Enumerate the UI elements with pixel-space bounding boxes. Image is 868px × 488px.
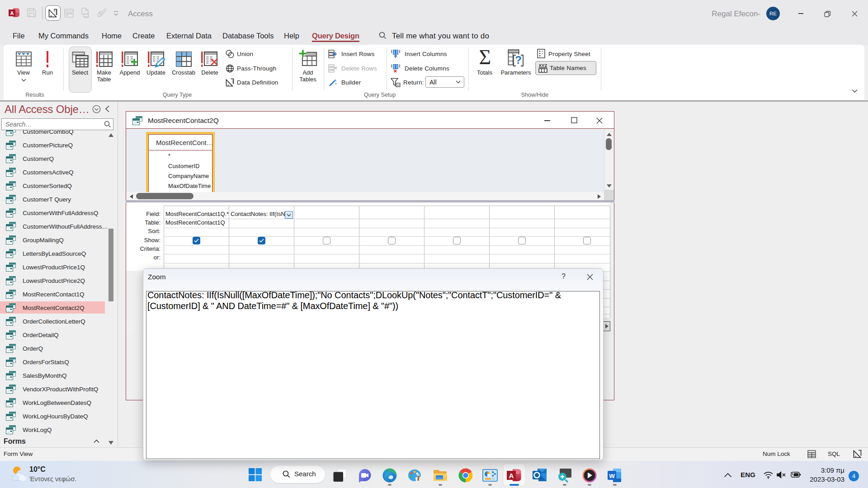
svg-text:XYZ: XYZ — [539, 63, 547, 68]
svg-text:A: A — [509, 472, 514, 479]
svg-text:10: 10 — [396, 84, 400, 87]
svg-text:?: ? — [515, 54, 522, 66]
svg-text:W: W — [609, 473, 615, 479]
